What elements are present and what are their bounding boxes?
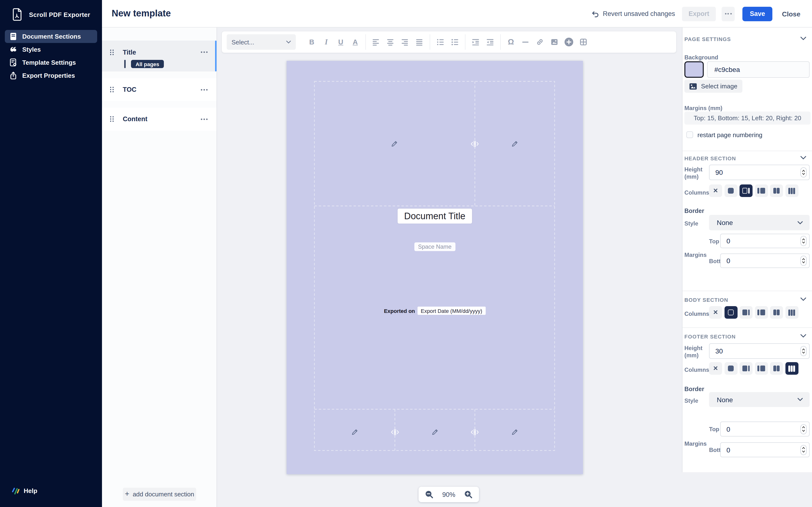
drag-handle-icon[interactable] — [110, 49, 115, 55]
drag-handle-icon[interactable] — [110, 116, 115, 122]
background-hex-field[interactable]: #c9cbea — [707, 61, 810, 78]
footer-column-resize-handle[interactable] — [390, 428, 400, 436]
image-icon[interactable] — [547, 35, 562, 49]
background-color-swatch[interactable] — [684, 61, 704, 78]
header-margin-top-input[interactable]: 0 — [720, 234, 810, 248]
paragraph-style-select[interactable]: Select... — [227, 34, 296, 50]
document-title-placeholder[interactable]: Document Title — [397, 209, 472, 224]
edit-footer-left-pencil-icon[interactable] — [351, 428, 359, 436]
columns-option-none-icon[interactable]: ✕ — [709, 306, 722, 319]
columns-option-two-columns-equal-icon[interactable] — [770, 306, 783, 319]
insert-placeholder-icon[interactable] — [562, 35, 576, 49]
header-column-resize-handle[interactable] — [470, 140, 479, 148]
footer-border-style-select[interactable]: None — [709, 392, 810, 407]
help-button[interactable]: Help — [12, 487, 37, 495]
stepper-icon[interactable] — [800, 256, 807, 266]
edit-footer-right-pencil-icon[interactable] — [511, 428, 519, 436]
header-border-style-select[interactable]: None — [709, 215, 810, 230]
sidebar-item-styles[interactable]: Styles — [5, 43, 97, 56]
zoom-out-icon[interactable] — [425, 490, 434, 499]
sidebar-item-document-sections[interactable]: Document Sections — [5, 30, 97, 43]
section-menu-icon[interactable] — [201, 118, 208, 120]
stepper-icon[interactable] — [800, 445, 807, 455]
columns-option-two-columns-wide-left-icon[interactable] — [740, 362, 753, 375]
stepper-icon[interactable] — [800, 236, 807, 246]
columns-option-none-icon[interactable]: ✕ — [709, 362, 722, 375]
header-height-input[interactable]: 90 — [709, 165, 810, 180]
layout-guides — [287, 61, 583, 474]
add-document-section-button[interactable]: + add document section — [123, 488, 196, 501]
sidebar-item-export-properties[interactable]: Export Properties — [5, 69, 97, 82]
columns-option-two-columns-equal-icon[interactable] — [770, 362, 783, 375]
page-margins-field[interactable]: Top: 15, Bottom: 15, Left: 20, Right: 20 — [684, 112, 811, 125]
section-row-toc[interactable]: TOC — [102, 78, 216, 101]
footer-height-input[interactable]: 30 — [709, 343, 810, 359]
collapse-footer-section-icon[interactable] — [800, 334, 806, 338]
align-right-icon[interactable] — [398, 35, 412, 49]
exported-on-line[interactable]: Exported on Export Date (MM/dd/yyyy) — [384, 306, 486, 315]
export-date-placeholder[interactable]: Export Date (MM/dd/yyyy) — [417, 306, 486, 315]
link-icon[interactable] — [532, 35, 547, 49]
underline-icon[interactable]: U — [334, 35, 348, 49]
footer-margin-top-input[interactable]: 0 — [720, 421, 810, 437]
table-icon[interactable] — [576, 35, 591, 49]
columns-option-two-columns-wide-left-icon[interactable] — [740, 184, 753, 197]
stepper-icon[interactable] — [800, 167, 807, 177]
horizontal-rule-icon[interactable] — [518, 35, 532, 49]
revert-button[interactable]: Revert unsaved changes — [591, 10, 675, 18]
space-name-placeholder[interactable]: Space Name — [414, 242, 456, 251]
edit-footer-center-pencil-icon[interactable] — [431, 428, 439, 436]
section-row-content[interactable]: Content — [102, 108, 216, 131]
collapse-header-section-icon[interactable] — [800, 156, 806, 159]
collapse-page-settings-icon[interactable] — [800, 37, 806, 40]
font-color-icon[interactable]: A — [348, 35, 362, 49]
section-row-title[interactable]: Title All pages — [102, 41, 216, 71]
sidebar-item-template-settings[interactable]: Template Settings — [5, 56, 97, 69]
ordered-list-icon[interactable] — [433, 35, 448, 49]
justify-icon[interactable] — [412, 35, 427, 49]
columns-option-three-columns-icon[interactable] — [785, 306, 798, 319]
save-button[interactable]: Save — [743, 6, 772, 21]
export-button[interactable]: Export — [682, 6, 716, 21]
columns-option-two-columns-wide-right-icon[interactable] — [755, 184, 768, 197]
section-menu-icon[interactable] — [201, 89, 208, 91]
drag-handle-icon[interactable] — [110, 87, 115, 93]
indent-icon[interactable] — [468, 35, 483, 49]
columns-option-one-column-icon[interactable] — [724, 306, 737, 319]
all-pages-badge[interactable]: All pages — [131, 60, 164, 68]
zoom-in-icon[interactable] — [464, 490, 473, 499]
edit-header-right-pencil-icon[interactable] — [511, 140, 519, 148]
footer-border-style-label: Style — [684, 397, 698, 404]
edit-header-left-pencil-icon[interactable] — [391, 140, 398, 148]
special-character-icon[interactable]: Ω — [504, 35, 518, 49]
columns-option-three-columns-icon[interactable] — [785, 184, 798, 197]
header-margin-bottom-value: 0 — [726, 257, 730, 265]
outdent-icon[interactable] — [483, 35, 497, 49]
columns-option-one-column-icon[interactable] — [724, 362, 737, 375]
align-center-icon[interactable] — [383, 35, 398, 49]
columns-option-three-columns-icon[interactable] — [785, 362, 798, 375]
more-options-button[interactable] — [722, 6, 735, 21]
columns-option-two-columns-wide-right-icon[interactable] — [755, 362, 768, 375]
bullet-list-icon[interactable] — [448, 35, 462, 49]
footer-margin-bottom-input[interactable]: 0 — [720, 442, 810, 457]
restart-page-numbering-checkbox[interactable] — [686, 131, 693, 138]
sidebar-item-label: Document Sections — [22, 33, 81, 40]
align-left-icon[interactable] — [369, 35, 383, 49]
section-menu-icon[interactable] — [201, 51, 208, 53]
columns-option-none-icon[interactable]: ✕ — [709, 184, 722, 197]
close-button[interactable]: Close — [782, 10, 800, 18]
collapse-body-section-icon[interactable] — [800, 297, 806, 301]
stepper-icon[interactable] — [800, 346, 807, 356]
header-margin-bottom-input[interactable]: 0 — [720, 253, 810, 268]
footer-column-resize-handle[interactable] — [470, 428, 479, 436]
columns-option-two-columns-wide-right-icon[interactable] — [755, 306, 768, 319]
select-image-button[interactable]: Select image — [684, 80, 743, 93]
columns-option-two-columns-wide-left-icon[interactable] — [740, 306, 753, 319]
columns-option-two-columns-equal-icon[interactable] — [770, 184, 783, 197]
bold-icon[interactable]: B — [305, 35, 319, 49]
template-page-preview[interactable]: Document Title Space Name Exported on Ex… — [287, 61, 583, 474]
columns-option-one-column-icon[interactable] — [724, 184, 737, 197]
stepper-icon[interactable] — [800, 424, 807, 434]
italic-icon[interactable]: I — [319, 35, 334, 49]
